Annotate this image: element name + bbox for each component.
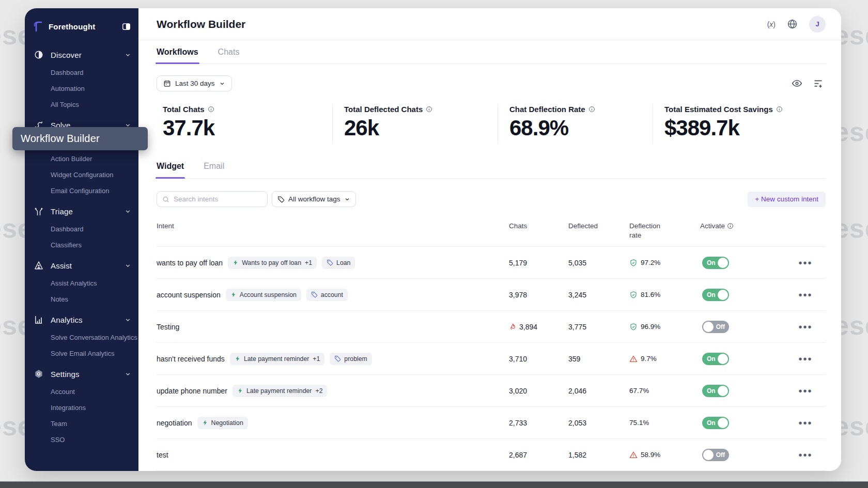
workflow-tag-chip[interactable]: Late payment reminder +2 (233, 385, 327, 397)
table-row[interactable]: wants to pay off loanWants to pay off lo… (157, 247, 826, 279)
sidebar-item-account[interactable]: Account (25, 384, 138, 400)
tag-icon (277, 196, 285, 203)
workflow-tag-chip[interactable]: Late payment reminder +1 (230, 353, 324, 365)
sidebar-item-email-configuration[interactable]: Email Configuration (25, 183, 138, 199)
workflow-tags-filter[interactable]: All workflow tags (272, 191, 356, 207)
sidebar-section-label: Settings (51, 370, 118, 379)
avatar[interactable]: J (809, 16, 826, 33)
table-row[interactable]: negotiationNegotiation2,7332,05375.1%On•… (157, 407, 826, 439)
sidebar-section-assist[interactable]: Assist (25, 256, 138, 275)
subtab-email[interactable]: Email (204, 154, 224, 178)
new-custom-intent-button[interactable]: + New custom intent (748, 192, 826, 207)
sidebar-section-settings[interactable]: Settings (25, 364, 138, 384)
variables-icon[interactable]: (x) (767, 20, 776, 28)
lightning-icon (233, 259, 239, 266)
date-range-label: Last 30 days (175, 80, 215, 87)
activate-toggle[interactable]: On (702, 417, 729, 429)
toggle-knob (718, 354, 728, 364)
sidebar-item-solve-email-analytics[interactable]: Solve Email Analytics (25, 345, 138, 361)
search-icon (162, 196, 169, 203)
activate-toggle[interactable]: Off (702, 449, 729, 461)
table-row[interactable]: update phone numberLate payment reminder… (157, 375, 826, 407)
row-menu-button[interactable]: ••• (785, 260, 826, 265)
chats-value: 3,020 (509, 387, 568, 395)
activate-toggle[interactable]: On (702, 257, 729, 269)
toggle-state-label: On (707, 291, 716, 298)
row-menu-button[interactable]: ••• (785, 292, 826, 297)
eye-icon[interactable] (789, 76, 804, 91)
toggle-knob (718, 290, 728, 300)
sidebar-item-sso[interactable]: SSO (25, 432, 138, 448)
row-menu-button[interactable]: ••• (785, 420, 826, 426)
sidebar-section-label: Triage (51, 207, 118, 216)
sidebar-item-widget-configuration[interactable]: Widget Configuration (25, 167, 138, 183)
deflected-value: 2,046 (568, 387, 629, 395)
chevron-down-icon (125, 52, 131, 58)
sidebar-item-all-topics[interactable]: All Topics (25, 97, 138, 113)
sidebar-item-assist-analytics[interactable]: Assist Analytics (25, 275, 138, 291)
intent-tag-chip[interactable]: Loan (322, 257, 355, 269)
filter-add-icon[interactable] (811, 76, 826, 91)
tab-chats[interactable]: Chats (218, 40, 240, 64)
workflow-tag-chip[interactable]: Wants to pay off loan +1 (228, 257, 317, 269)
row-menu-button[interactable]: ••• (785, 356, 826, 361)
sidebar-item-team[interactable]: Team (25, 416, 138, 432)
sidebar-item-action-builder[interactable]: Action Builder (25, 151, 138, 167)
search-input[interactable] (174, 195, 262, 203)
activate-toggle[interactable]: On (702, 353, 729, 365)
intent-name: negotiation (157, 419, 192, 427)
workflow-tag-chip[interactable]: Account suspension (226, 289, 301, 301)
table-row[interactable]: account suspensionAccount suspensionacco… (157, 279, 826, 311)
row-menu-button[interactable]: ••• (785, 388, 826, 393)
chats-value: 3,894 (509, 323, 568, 331)
deflected-value: 2,053 (568, 419, 629, 427)
table-row[interactable]: hasn't received fundsLate payment remind… (157, 343, 826, 375)
sidebar-item-automation[interactable]: Automation (25, 81, 138, 97)
sidebar-item-integrations[interactable]: Integrations (25, 400, 138, 416)
metric-label: Chat Deflection Rate (509, 105, 585, 114)
discover-icon (33, 50, 44, 60)
info-icon[interactable] (725, 222, 734, 230)
metric-total-estimated-cost-savings: Total Estimated Cost Savings$389.7k (653, 104, 826, 144)
info-icon[interactable] (776, 106, 783, 113)
triage-icon (33, 206, 44, 216)
table-row[interactable]: Testing3,8943,77596.9%Off••• (157, 311, 826, 343)
activate-toggle[interactable]: On (702, 385, 729, 397)
info-icon[interactable] (426, 106, 432, 113)
sidebar-section-analytics[interactable]: Analytics (25, 310, 138, 329)
sidebar-section-discover[interactable]: Discover (25, 45, 138, 65)
intent-cell: update phone numberLate payment reminder… (157, 385, 509, 397)
sidebar-item-dashboard[interactable]: Dashboard (25, 65, 138, 81)
filter-row: Last 30 days (157, 75, 826, 91)
row-menu-button[interactable]: ••• (785, 324, 826, 329)
search-intents-input[interactable] (157, 191, 268, 207)
sidebar-section-triage[interactable]: Triage (25, 201, 138, 221)
table-row[interactable]: test2,6871,58258.9%Off••• (157, 439, 826, 471)
metric-value: 26k (344, 116, 492, 140)
tab-workflows[interactable]: Workflows (157, 40, 198, 64)
info-icon[interactable] (588, 106, 595, 113)
subtab-widget[interactable]: Widget (157, 154, 184, 178)
workflow-tag-chip[interactable]: Negotiation (197, 417, 248, 429)
intent-tag-chip[interactable]: problem (330, 353, 371, 365)
calendar-icon (163, 80, 171, 87)
date-range-picker[interactable]: Last 30 days (157, 75, 232, 91)
sidebar-section-label: Discover (51, 51, 118, 59)
sidebar-collapse-icon[interactable] (121, 21, 131, 32)
lightning-icon (230, 291, 237, 298)
info-icon[interactable] (208, 106, 214, 113)
row-menu-button[interactable]: ••• (785, 452, 826, 458)
sidebar-item-dashboard[interactable]: Dashboard (25, 221, 138, 237)
globe-icon[interactable] (787, 19, 798, 29)
sidebar-item-solve-conversation-analytics[interactable]: Solve Conversation Analytics (25, 329, 138, 345)
forethought-logo-icon (33, 20, 44, 33)
chevron-down-icon (125, 262, 131, 269)
activate-toggle[interactable]: Off (702, 321, 729, 333)
toggle-state-label: On (707, 387, 716, 395)
activate-toggle[interactable]: On (702, 289, 729, 301)
intent-tag-chip[interactable]: account (306, 289, 348, 301)
tag-icon (334, 355, 341, 362)
sidebar-item-notes[interactable]: Notes (25, 291, 138, 307)
sidebar-item-classifiers[interactable]: Classifiers (25, 237, 138, 253)
deflection-rate-value: 97.2% (629, 259, 700, 267)
